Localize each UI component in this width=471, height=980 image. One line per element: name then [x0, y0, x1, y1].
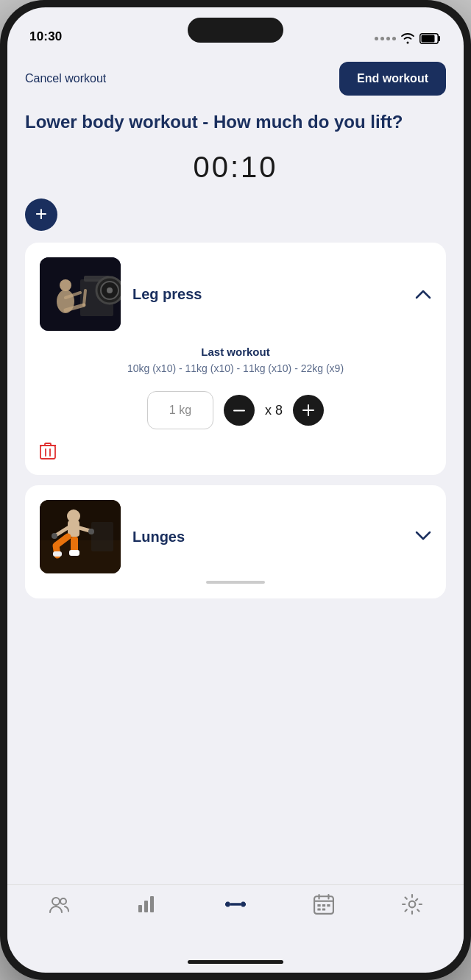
last-workout-label: Last workout: [40, 346, 431, 358]
scroll-bar: [206, 581, 265, 584]
reps-display: x 8: [265, 403, 283, 418]
nav-item-settings[interactable]: [390, 894, 434, 915]
header-actions: Cancel workout End workout: [25, 50, 446, 110]
svg-point-24: [67, 509, 80, 523]
trash-icon: [40, 441, 56, 460]
increase-reps-button[interactable]: [293, 395, 324, 426]
leg-press-card: Leg press Last workout 10kg (x10) - 11kg…: [25, 243, 446, 475]
svg-point-33: [60, 898, 66, 904]
scroll-indicator: [40, 581, 431, 584]
svg-rect-46: [317, 904, 320, 906]
last-workout-section: Last workout 10kg (x10) - 11kg (x10) - 1…: [40, 346, 431, 376]
svg-line-12: [84, 290, 85, 305]
wifi-icon: [400, 32, 415, 44]
exercise-header: Leg press: [40, 257, 431, 331]
svg-point-31: [88, 529, 94, 534]
svg-point-9: [60, 279, 71, 291]
main-content: Cancel workout End workout Lower body wo…: [7, 50, 464, 884]
svg-rect-49: [317, 908, 320, 910]
dynamic-island: [188, 18, 283, 43]
svg-point-7: [107, 287, 113, 293]
svg-rect-40: [225, 903, 228, 906]
svg-point-32: [52, 898, 60, 905]
nav-item-stats[interactable]: [125, 894, 169, 915]
workout-timer: 00:10: [25, 151, 446, 184]
workout-title: Lower body workout - How much do you lif…: [25, 110, 446, 133]
svg-point-29: [52, 533, 57, 539]
lunges-image: [40, 500, 121, 573]
svg-rect-47: [322, 904, 325, 906]
lunges-name-row: Lunges: [132, 529, 431, 546]
svg-rect-22: [91, 522, 113, 551]
svg-rect-15: [302, 409, 314, 411]
last-workout-data: 10kg (x10) - 11kg (x10) - 11kg (x10) - 2…: [40, 361, 431, 376]
status-icons: [375, 32, 442, 44]
svg-rect-16: [40, 446, 55, 459]
svg-rect-48: [327, 904, 330, 906]
chevron-down-icon: [415, 531, 431, 541]
lunges-header: Lunges: [40, 500, 431, 573]
leg-press-image: [40, 257, 121, 331]
cancel-workout-button[interactable]: Cancel workout: [25, 72, 106, 85]
svg-rect-26: [69, 550, 79, 556]
collapse-exercise-button[interactable]: [415, 286, 431, 303]
set-controls: x 8: [40, 391, 431, 429]
expand-lunges-button[interactable]: [415, 531, 431, 543]
svg-rect-34: [138, 905, 142, 912]
plus-icon: +: [35, 204, 47, 224]
svg-rect-41: [244, 903, 247, 906]
nav-item-community[interactable]: [37, 894, 81, 915]
svg-rect-1: [422, 35, 435, 42]
svg-point-51: [409, 901, 416, 908]
decrease-reps-button[interactable]: [224, 395, 255, 426]
calendar-icon: [314, 894, 334, 915]
bottom-nav: [7, 884, 464, 951]
svg-rect-38: [230, 903, 241, 906]
svg-rect-35: [144, 901, 148, 912]
svg-rect-50: [322, 908, 325, 910]
battery-icon: [419, 33, 442, 44]
svg-rect-27: [53, 551, 62, 557]
signal-dots: [375, 37, 396, 40]
exercise-name: Leg press: [132, 286, 202, 303]
weight-input[interactable]: [147, 391, 213, 429]
workout-icon: [225, 894, 246, 915]
home-indicator-bar: [188, 960, 283, 964]
community-icon: [49, 894, 69, 915]
lunges-card: Lunges: [25, 485, 446, 598]
nav-item-workout[interactable]: [213, 894, 258, 915]
end-workout-button[interactable]: End workout: [339, 62, 446, 96]
nav-item-calendar[interactable]: [302, 894, 346, 915]
stats-icon: [137, 894, 157, 915]
add-exercise-button[interactable]: +: [25, 198, 57, 231]
status-time: 10:30: [29, 29, 62, 44]
delete-set-button[interactable]: [40, 441, 56, 460]
settings-icon: [402, 894, 422, 915]
leg-press-figure: [40, 257, 121, 331]
lunges-name: Lunges: [132, 529, 185, 546]
svg-rect-36: [150, 896, 154, 912]
svg-rect-13: [233, 409, 245, 411]
lunges-figure: [40, 500, 121, 573]
exercise-name-row: Leg press: [132, 286, 431, 303]
home-indicator: [7, 951, 464, 973]
